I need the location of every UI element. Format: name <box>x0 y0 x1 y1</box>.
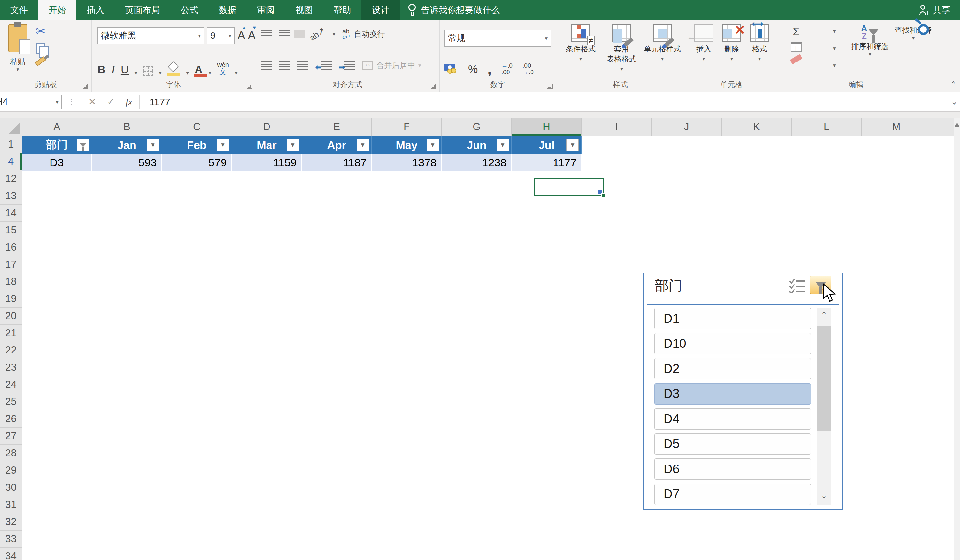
column-header[interactable]: K <box>722 118 792 136</box>
row-header[interactable]: 34 <box>0 548 22 560</box>
font-name-select[interactable]: 微软雅黑▾ <box>98 27 204 44</box>
font-color-dropdown[interactable]: ▾ <box>209 70 211 76</box>
table-header-cell[interactable]: Jul ▼ <box>512 136 582 154</box>
align-bottom-icon[interactable] <box>294 30 305 38</box>
fill-color-dropdown[interactable]: ▾ <box>186 70 189 76</box>
slicer-item[interactable]: D1 <box>654 308 811 329</box>
table-header-cell[interactable]: Jan ▼ <box>92 136 162 154</box>
ribbon-tab[interactable]: 公式 <box>170 0 209 20</box>
ribbon-tab[interactable]: 数据 <box>209 0 247 20</box>
table-header-cell[interactable]: Feb ▼ <box>162 136 232 154</box>
increase-font-button[interactable]: A▲ <box>237 29 245 42</box>
borders-icon[interactable] <box>143 66 153 76</box>
collapse-ribbon-icon[interactable]: ⌃ <box>950 80 957 90</box>
table-cell[interactable]: 593 <box>92 154 162 171</box>
underline-button[interactable]: U <box>121 63 129 76</box>
row-header[interactable]: 15 <box>0 222 22 239</box>
column-header[interactable]: I <box>582 118 652 136</box>
filter-button[interactable]: ▼ <box>357 139 369 151</box>
column-header[interactable]: B <box>92 118 162 136</box>
scroll-up-arrow[interactable] <box>955 123 959 126</box>
slicer-item[interactable]: D5 <box>654 434 811 455</box>
slicer-item[interactable]: D2 <box>654 358 811 380</box>
decrease-decimal-button[interactable]: .00→.0 <box>522 62 534 75</box>
row-header[interactable]: 16 <box>0 239 22 256</box>
ribbon-tab[interactable]: 视图 <box>285 0 323 20</box>
comma-button[interactable]: , <box>488 60 492 78</box>
formula-input[interactable]: 1177 <box>149 96 170 107</box>
formula-bar-resize-handle[interactable]: ⋮ <box>67 101 75 103</box>
name-box-dropdown[interactable]: ▾ <box>56 98 59 105</box>
filter-button[interactable]: ▼ <box>496 139 509 151</box>
align-right-icon[interactable] <box>297 61 308 70</box>
decrease-font-button[interactable]: A▼ <box>248 29 256 42</box>
table-cell[interactable]: 1159 <box>232 154 302 171</box>
format-as-table-button[interactable]: 套用表格格式▾ <box>602 24 641 72</box>
row-header[interactable]: 33 <box>0 531 22 548</box>
tell-me-box[interactable]: 告诉我你想要做什么 <box>400 0 508 20</box>
slicer-item[interactable]: D6 <box>654 458 811 480</box>
clear-button[interactable] <box>790 54 802 64</box>
merge-center-button[interactable]: 合并后居中 ▾ <box>362 60 421 70</box>
row-header[interactable]: 4 <box>0 153 22 170</box>
font-size-select[interactable]: 9▾ <box>207 27 235 44</box>
row-header[interactable]: 32 <box>0 514 22 531</box>
column-header[interactable]: F <box>372 118 442 136</box>
font-color-button[interactable]: A <box>195 63 203 76</box>
multi-select-button[interactable] <box>788 278 806 293</box>
clear-dropdown[interactable]: ▾ <box>833 63 836 68</box>
wrap-text-button[interactable]: abc↵ 自动换行 <box>342 29 385 40</box>
autosum-dropdown[interactable]: ▾ <box>833 29 836 34</box>
row-header[interactable]: 21 <box>0 325 22 342</box>
row-header[interactable]: 13 <box>0 187 22 204</box>
table-cell[interactable]: 1238 <box>442 154 512 171</box>
cut-icon[interactable]: ✂ <box>36 25 45 38</box>
decrease-indent-icon[interactable]: ⬅ <box>321 61 332 70</box>
table-cell[interactable]: 579 <box>162 154 232 171</box>
row-header[interactable]: 1 <box>0 136 22 153</box>
delete-cells-button[interactable]: ✕ 删除▾ <box>719 24 745 62</box>
ribbon-tab[interactable]: 插入 <box>77 0 115 20</box>
table-header-cell[interactable]: 部门 ▼ <box>22 136 92 154</box>
filter-button[interactable]: ▼ <box>286 139 299 151</box>
ribbon-tab[interactable]: 文件 <box>0 0 38 20</box>
row-header[interactable]: 31 <box>0 496 22 514</box>
number-dialog-launcher[interactable] <box>547 84 552 89</box>
clear-filter-button[interactable]: ✕ <box>810 276 831 294</box>
table-cell[interactable]: 1177 <box>512 154 582 171</box>
conditional-formatting-button[interactable]: ≠ 条件格式▾ <box>561 24 600 62</box>
slicer-panel[interactable]: 部门 ✕ D1D10D2D3D4D5D6D7 ⌃ <box>643 273 843 509</box>
column-header[interactable]: L <box>792 118 862 136</box>
slicer-scrollbar[interactable]: ⌃ ⌄ <box>817 308 831 505</box>
row-header[interactable]: 20 <box>0 308 22 325</box>
sort-filter-button[interactable]: AZ 排序和筛选 ▾ <box>848 24 892 57</box>
slicer-item[interactable]: D3 <box>654 383 811 405</box>
row-header[interactable]: 30 <box>0 479 22 496</box>
fill-dropdown[interactable]: ▾ <box>833 46 836 51</box>
currency-icon[interactable] <box>444 64 458 74</box>
align-left-icon[interactable] <box>261 61 272 70</box>
select-all-button[interactable] <box>0 118 22 136</box>
slicer-scroll-up-icon[interactable]: ⌃ <box>817 310 831 319</box>
column-header[interactable]: D <box>232 118 302 136</box>
filter-button[interactable]: ▼ <box>427 139 439 151</box>
orientation-icon[interactable]: ab↗ <box>308 25 327 43</box>
insert-function-button[interactable]: fx <box>126 97 132 107</box>
clipboard-dialog-launcher[interactable] <box>83 84 88 89</box>
enter-button[interactable]: ✓ <box>107 96 114 107</box>
row-header[interactable]: 17 <box>0 256 22 273</box>
increase-indent-icon[interactable]: ➡ <box>344 61 355 70</box>
slicer-item[interactable]: D10 <box>654 333 811 354</box>
alignment-dialog-launcher[interactable] <box>431 84 436 89</box>
align-center-icon[interactable] <box>279 61 290 70</box>
ribbon-tab[interactable]: 开始 <box>38 0 77 20</box>
filter-button[interactable]: ▼ <box>147 139 159 151</box>
ribbon-tab[interactable]: 页面布局 <box>115 0 170 20</box>
column-header[interactable]: C <box>162 118 232 136</box>
italic-button[interactable]: I <box>111 64 115 76</box>
ribbon-tab[interactable]: 帮助 <box>323 0 362 20</box>
percent-button[interactable]: % <box>468 63 478 75</box>
increase-decimal-button[interactable]: ←.0.00 <box>501 62 513 75</box>
column-header[interactable]: H <box>512 118 582 136</box>
column-header[interactable]: E <box>302 118 372 136</box>
